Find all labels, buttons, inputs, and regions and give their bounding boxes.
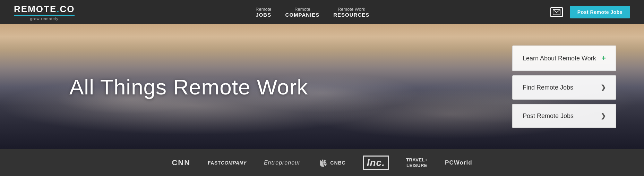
arrow-right-icon-2: ❯: [601, 112, 606, 120]
logo-tagline: grow remotely: [30, 17, 59, 21]
press-logo-nbcnews: CNBC: [318, 157, 345, 168]
press-logo-inc: Inc.: [363, 156, 389, 170]
hero-section: All Things Remote Work Learn About Remot…: [0, 24, 644, 149]
learn-remote-work-button[interactable]: Learn About Remote Work +: [512, 45, 616, 71]
press-logo-pcworld: PCWorld: [445, 159, 472, 166]
nbc-peacock-icon: [318, 157, 329, 168]
nav-item-companies-bottom: COMPANIES: [285, 12, 320, 18]
find-remote-jobs-label: Find Remote Jobs: [523, 84, 573, 91]
nav-item-companies-top: Remote: [285, 7, 320, 12]
press-logo-cnn: CNN: [172, 158, 190, 167]
hero-content: All Things Remote Work Learn About Remot…: [0, 45, 644, 128]
press-logo-fastcompany: FASTCOMPANY: [208, 160, 247, 166]
post-jobs-button[interactable]: Post Remote Jobs: [570, 6, 630, 18]
press-logo-entrepreneur: Entrepreneur: [264, 160, 300, 166]
nav-item-jobs-top: Remote: [256, 7, 272, 12]
press-logo-travel: TRAVEL+LEISURE: [406, 157, 428, 168]
learn-remote-work-label: Learn About Remote Work: [523, 55, 596, 62]
nav-item-resources-top: Remote Work: [333, 7, 369, 12]
nav-item-resources[interactable]: Remote Work RESOURCES: [333, 7, 369, 18]
hero-cta-buttons: Learn About Remote Work + Find Remote Jo…: [512, 45, 616, 128]
navbar-nav: Remote JOBS Remote COMPANIES Remote Work…: [256, 7, 369, 18]
find-remote-jobs-button[interactable]: Find Remote Jobs ❯: [512, 75, 616, 100]
plus-icon: +: [601, 54, 606, 63]
arrow-right-icon: ❯: [601, 84, 606, 91]
site-logo[interactable]: REMOTE.CO grow remotely: [14, 4, 75, 21]
hero-title: All Things Remote Work: [69, 75, 308, 99]
press-bar: CNN FASTCOMPANY Entrepreneur CNBC Inc. T…: [0, 149, 644, 176]
mail-svg: [553, 9, 560, 15]
nav-item-jobs[interactable]: Remote JOBS: [256, 7, 272, 18]
navbar: REMOTE.CO grow remotely Remote JOBS Remo…: [0, 0, 644, 24]
logo-underline: [14, 15, 75, 16]
mail-icon[interactable]: [550, 7, 563, 17]
nav-item-companies[interactable]: Remote COMPANIES: [285, 7, 320, 18]
nav-item-jobs-bottom: JOBS: [256, 12, 272, 18]
post-remote-jobs-label: Post Remote Jobs: [523, 112, 574, 120]
logo-text: REMOTE.CO: [14, 4, 75, 15]
nav-right: Post Remote Jobs: [550, 6, 630, 18]
nav-item-resources-bottom: RESOURCES: [333, 12, 369, 18]
post-remote-jobs-button[interactable]: Post Remote Jobs ❯: [512, 104, 616, 128]
